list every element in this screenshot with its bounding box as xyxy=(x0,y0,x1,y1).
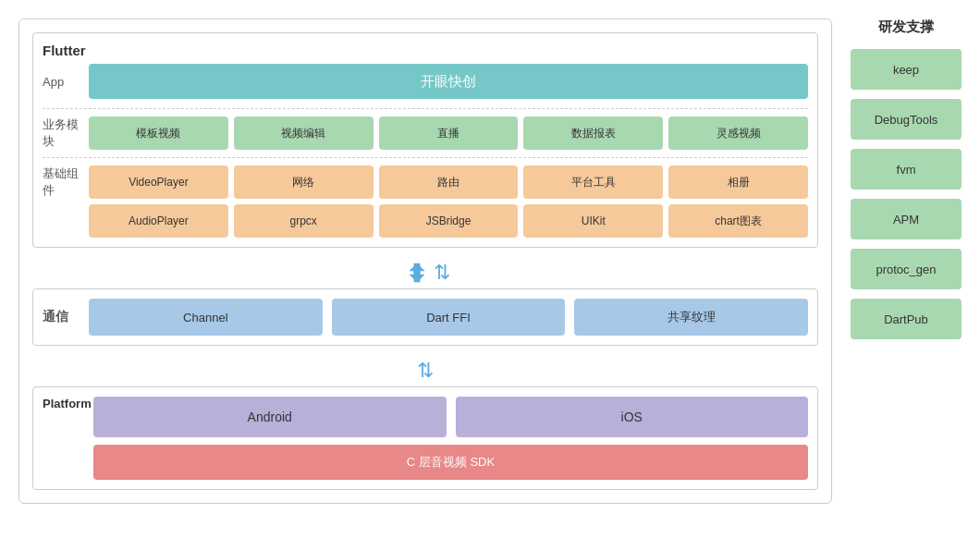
comm-section: 通信 Channel Dart FFI 共享纹理 xyxy=(32,288,818,346)
divider2 xyxy=(43,157,808,158)
arrow2-icon: ⇅ xyxy=(417,359,434,383)
right-item-debugtools: DebugTools xyxy=(851,99,962,140)
comm-item: Dart FFI xyxy=(332,299,566,336)
base-row1: VideoPlayer 网络 路由 平台工具 相册 xyxy=(89,165,808,199)
base-item: 相册 xyxy=(668,165,808,199)
divider1 xyxy=(43,108,808,109)
base-row2: AudioPlayer grpcx JSBridge UIKit chart图表 xyxy=(89,204,808,238)
comm-boxes: Channel Dart FFI 共享纹理 xyxy=(89,299,808,336)
comm-item: Channel xyxy=(89,299,323,336)
app-label: App xyxy=(43,75,89,89)
right-title: 研发支撑 xyxy=(851,18,962,36)
main-container: Flutter App 开眼快创 业务模块 模板视频 视频编辑 直播 数据报表 … xyxy=(0,0,980,551)
flutter-title: Flutter xyxy=(43,43,86,58)
ios-box: iOS xyxy=(456,397,809,437)
svg-marker-1 xyxy=(409,263,424,283)
arrow2: ⇅ xyxy=(32,357,818,385)
right-item-keep: keep xyxy=(851,49,962,90)
right-item-apm: APM xyxy=(851,199,962,239)
module-item: 视频编辑 xyxy=(234,116,374,150)
module-item: 模板视频 xyxy=(89,116,228,150)
sdk-box: C 层音视频 SDK xyxy=(93,445,808,480)
base-row: 基础组件 VideoPlayer 网络 路由 平台工具 相册 AudioPlay… xyxy=(43,165,808,238)
flutter-section: Flutter App 开眼快创 业务模块 模板视频 视频编辑 直播 数据报表 … xyxy=(32,32,818,248)
base-label: 基础组件 xyxy=(43,165,89,199)
business-row: 业务模块 模板视频 视频编辑 直播 数据报表 灵感视频 xyxy=(43,116,808,150)
base-item: 网络 xyxy=(234,165,374,199)
base-item: 平台工具 xyxy=(523,165,663,199)
business-modules: 模板视频 视频编辑 直播 数据报表 灵感视频 xyxy=(89,116,808,150)
platform-label: Platform xyxy=(43,397,93,410)
app-box: 开眼快创 xyxy=(89,64,808,99)
module-item: 直播 xyxy=(379,116,519,150)
android-box: Android xyxy=(93,397,447,437)
business-label: 业务模块 xyxy=(43,116,89,150)
right-item-protoc: protoc_gen xyxy=(851,249,962,289)
right-item-dartpub: DartPub xyxy=(851,299,962,339)
right-item-fvm: fvm xyxy=(851,149,962,190)
right-panel: 研发支撑 keep DebugTools fvm APM protoc_gen … xyxy=(851,18,962,339)
base-item: VideoPlayer xyxy=(89,165,228,199)
base-item: grpcx xyxy=(234,204,374,238)
platform-section: Platform Android iOS C 层音视频 SDK xyxy=(32,386,818,490)
comm-label: 通信 xyxy=(43,309,89,325)
platform-top-row: Android iOS xyxy=(93,397,808,437)
left-panel: Flutter App 开眼快创 业务模块 模板视频 视频编辑 直播 数据报表 … xyxy=(18,18,832,504)
arrow1-icon: ⇅ xyxy=(434,261,450,285)
base-item: JSBridge xyxy=(379,204,519,238)
arrow1: ⇅ xyxy=(32,259,818,287)
base-item: AudioPlayer xyxy=(89,204,228,238)
platform-content: Android iOS C 层音视频 SDK xyxy=(93,397,808,480)
module-item: 灵感视频 xyxy=(668,116,808,150)
base-item: 路由 xyxy=(379,165,519,199)
app-row: App 开眼快创 xyxy=(43,64,808,99)
module-item: 数据报表 xyxy=(523,116,663,150)
base-boxes: VideoPlayer 网络 路由 平台工具 相册 AudioPlayer gr… xyxy=(89,165,808,238)
comm-item: 共享纹理 xyxy=(574,299,808,336)
base-item: UIKit xyxy=(523,204,663,238)
base-item: chart图表 xyxy=(668,204,808,238)
